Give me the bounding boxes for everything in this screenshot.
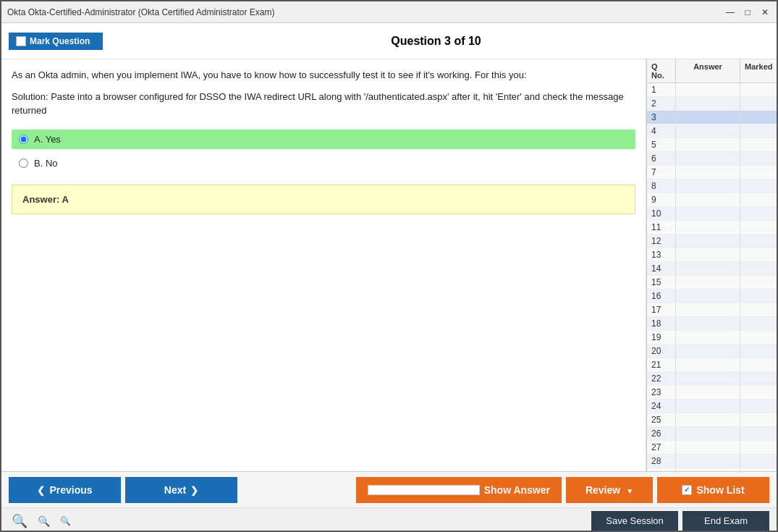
qno-cell: 9 [647, 193, 676, 206]
show-list-button[interactable]: ✓ Show List [657, 477, 769, 503]
review-button[interactable]: Review [566, 477, 653, 503]
answer-cell [676, 248, 740, 261]
table-row[interactable]: 22 [647, 372, 777, 386]
col-marked-header: Marked [740, 59, 777, 83]
option-a[interactable]: A. Yes [12, 130, 635, 149]
table-row[interactable]: 15 [647, 276, 777, 290]
show-answer-label: Show Answer [484, 484, 550, 496]
marked-cell [740, 111, 777, 124]
marked-cell [740, 207, 777, 220]
table-row[interactable]: 6 [647, 152, 777, 166]
answer-cell [676, 413, 740, 426]
mark-question-button[interactable]: Mark Question [9, 33, 103, 50]
table-row[interactable]: 14 [647, 262, 777, 276]
qno-cell: 16 [647, 290, 676, 303]
table-row[interactable]: 3 [647, 111, 777, 124]
maximize-button[interactable]: □ [742, 7, 753, 17]
save-session-button[interactable]: Save Session [591, 511, 678, 531]
right-panel: Q No. Answer Marked 12345678910111213141… [646, 59, 777, 471]
table-row[interactable]: 26 [647, 427, 777, 441]
table-row[interactable]: 27 [647, 441, 777, 455]
table-row[interactable]: 21 [647, 358, 777, 372]
qno-cell: 28 [647, 455, 676, 468]
table-row[interactable]: 17 [647, 303, 777, 317]
marked-cell [740, 221, 777, 234]
qno-cell: 15 [647, 276, 676, 289]
previous-button[interactable]: Previous [9, 477, 121, 503]
answer-cell [676, 262, 740, 275]
question-list[interactable]: 1234567891011121314151617181920212223242… [647, 83, 777, 471]
option-a-radio[interactable] [19, 135, 28, 144]
table-row[interactable]: 10 [647, 207, 777, 221]
answer-text: Answer: A [22, 194, 69, 205]
table-row[interactable]: 9 [647, 193, 777, 207]
table-row[interactable]: 23 [647, 386, 777, 400]
marked-cell [740, 124, 777, 138]
table-row[interactable]: 12 [647, 235, 777, 248]
app-wrapper: Mark Question Question 3 of 10 As an Okt… [1, 23, 777, 532]
marked-cell [740, 180, 777, 193]
option-b-radio[interactable] [19, 159, 28, 168]
marked-cell [740, 97, 777, 110]
table-row[interactable]: 1 [647, 83, 777, 97]
table-row[interactable]: 11 [647, 221, 777, 235]
answer-cell [676, 166, 740, 179]
table-row[interactable]: 8 [647, 180, 777, 193]
answer-cell [676, 386, 740, 399]
option-b-label: B. No [34, 158, 58, 169]
chevron-right-icon [190, 484, 198, 496]
marked-cell [740, 262, 777, 275]
marked-cell [740, 235, 777, 248]
table-row[interactable]: 2 [647, 97, 777, 111]
marked-cell [740, 358, 777, 371]
table-row[interactable]: 28 [647, 455, 777, 468]
show-list-checkbox-icon: ✓ [682, 485, 692, 495]
table-row[interactable]: 25 [647, 413, 777, 427]
option-b[interactable]: B. No [12, 153, 635, 173]
marked-cell [740, 152, 777, 165]
qno-cell: 8 [647, 180, 676, 193]
table-row[interactable]: 16 [647, 290, 777, 303]
qno-cell: 7 [647, 166, 676, 179]
qno-cell: 24 [647, 400, 676, 413]
marked-cell [740, 276, 777, 289]
qno-cell: 12 [647, 235, 676, 248]
next-button[interactable]: Next [125, 477, 237, 503]
qno-cell: 26 [647, 427, 676, 440]
table-row[interactable]: 19 [647, 331, 777, 345]
table-row[interactable]: 7 [647, 166, 777, 180]
review-dropdown-icon [626, 484, 633, 496]
table-row[interactable]: 13 [647, 248, 777, 262]
top-header: Mark Question Question 3 of 10 [1, 23, 777, 59]
minimize-button[interactable]: — [724, 7, 736, 17]
right-panel-header: Q No. Answer Marked [647, 59, 777, 83]
close-button[interactable]: ✕ [759, 7, 771, 17]
zoom-in-button[interactable]: 🔍 [57, 515, 74, 528]
answer-cell [676, 180, 740, 193]
left-panel: As an Okta admin, when you implement IWA… [1, 59, 646, 471]
table-row[interactable]: 20 [647, 345, 777, 358]
show-answer-button[interactable]: Show Answer [356, 477, 562, 503]
answer-cell [676, 441, 740, 454]
qno-cell: 2 [647, 97, 676, 110]
table-row[interactable]: 4 [647, 124, 777, 138]
qno-cell: 5 [647, 138, 676, 151]
qno-cell: 27 [647, 441, 676, 454]
table-row[interactable]: 18 [647, 317, 777, 331]
qno-cell: 22 [647, 372, 676, 385]
answer-cell [676, 455, 740, 468]
table-row[interactable]: 5 [647, 138, 777, 152]
window-title: Okta Okta-Certified-Administrator (Okta … [7, 7, 274, 17]
end-exam-button[interactable]: End Exam [682, 511, 769, 531]
qno-cell: 10 [647, 207, 676, 220]
marked-cell [740, 248, 777, 261]
qno-cell: 1 [647, 83, 676, 96]
question-title: Question 3 of 10 [103, 35, 769, 48]
table-row[interactable]: 24 [647, 400, 777, 413]
answer-cell [676, 111, 740, 124]
show-list-label: Show List [696, 484, 744, 496]
zoom-reset-button[interactable]: 🔍 [35, 514, 53, 528]
qno-cell: 14 [647, 262, 676, 275]
qno-cell: 21 [647, 358, 676, 371]
zoom-out-button[interactable]: 🔍 [9, 512, 30, 531]
